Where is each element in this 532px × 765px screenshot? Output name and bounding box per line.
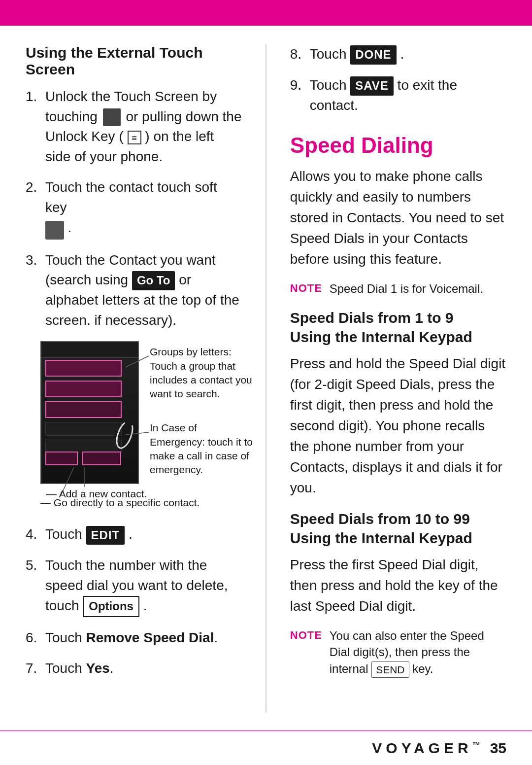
annotation-emergency: In Case of Emergency: touch it to make a…	[150, 421, 253, 477]
save-button-label: SAVE	[350, 76, 394, 96]
step-9: 9. Touch SAVE to exit the contact.	[290, 75, 506, 116]
step-3: 3. Touch the Contact you want (search us…	[26, 250, 242, 331]
phone-screenshot-area: Groups by letters: Touch a group that in…	[40, 341, 257, 499]
footer: VOYAGER™ 35	[0, 730, 532, 765]
right-column: 8. Touch DONE . 9. Touch SAVE to exit th…	[290, 44, 506, 713]
step-2: 2. Touch the contact touch soft key .	[26, 177, 242, 239]
phone-screen	[40, 341, 139, 484]
brand-name: VOYAGER™	[372, 740, 481, 757]
speed-dialing-title: Speed Dialing	[290, 134, 506, 157]
speed-dialing-section: Speed Dialing	[290, 134, 506, 157]
column-divider	[266, 44, 266, 713]
note-1: NOTE Speed Dial 1 is for Voicemail.	[290, 280, 506, 297]
subsection-1-9: Speed Dials from 1 to 9 Using the Intern…	[290, 308, 506, 498]
contact-softkey-icon	[45, 221, 64, 240]
note-2: NOTE You can also enter the Speed Dial d…	[290, 627, 506, 678]
subsection-10-99: Speed Dials from 10 to 99 Using the Inte…	[290, 509, 506, 617]
top-bar	[0, 0, 532, 26]
step-4: 4. Touch EDIT .	[26, 524, 242, 545]
sub2-body: Press the first Speed Dial digit, then p…	[290, 555, 506, 617]
step-7: 7. Touch Yes.	[26, 659, 242, 679]
edit-button-label: EDIT	[86, 526, 125, 545]
goto-button-label: Go To	[132, 271, 175, 290]
key-icon: ≡	[128, 131, 141, 144]
send-button-label: SEND	[371, 661, 409, 678]
yes-label: Yes	[86, 661, 110, 676]
options-button-label: Options	[83, 596, 139, 617]
left-section-title: Using the External Touch Screen	[26, 44, 242, 78]
annotation-go-directly: — Go directly to a specific contact.	[40, 496, 200, 510]
sub1-body: Press and hold the Speed Dial digit (for…	[290, 353, 506, 498]
step-6: 6. Touch Remove Speed Dial.	[26, 628, 242, 648]
step-8: 8. Touch DONE .	[290, 44, 506, 65]
lock-icon	[103, 108, 121, 126]
step-1: 1. Unlock the Touch Screen by touching o…	[26, 87, 242, 167]
annotation-groups: Groups by letters: Touch a group that in…	[150, 345, 253, 401]
done-button-label: DONE	[350, 45, 396, 65]
page-number: 35	[490, 740, 506, 757]
step-5: 5. Touch the number with the speed dial …	[26, 556, 242, 617]
left-column: Using the External Touch Screen 1. Unloc…	[26, 44, 242, 713]
speed-dialing-body: Allows you to make phone calls quickly a…	[290, 166, 506, 270]
remove-speed-dial-label: Remove Speed Dial	[86, 630, 214, 645]
